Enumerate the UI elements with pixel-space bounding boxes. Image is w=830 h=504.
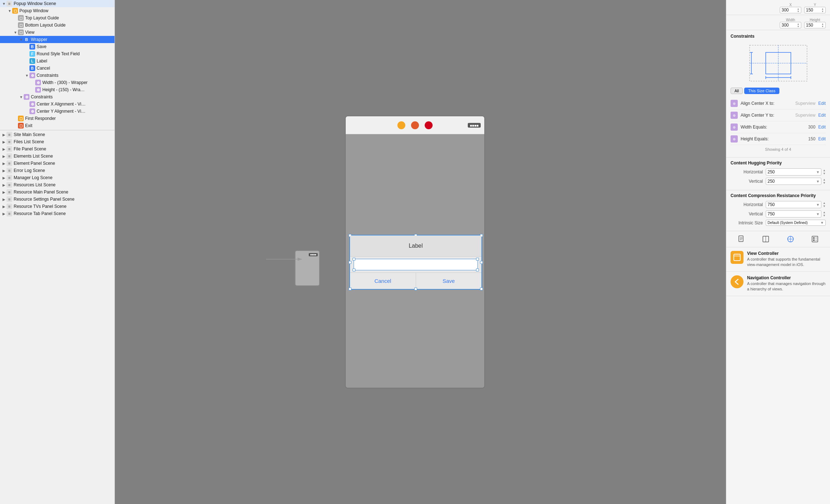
tree-item-popup-window[interactable]: ▼◻Popup Window: [0, 7, 115, 14]
tree-toggle-popup-window-scene[interactable]: ▼: [1, 2, 6, 6]
scene-item-manager-log-scene[interactable]: ▶≡Manager Log Scene: [0, 174, 115, 181]
tree-toggle-constraints-wrapper[interactable]: ▼: [24, 74, 29, 78]
y-input[interactable]: 150 ▲▼: [804, 7, 826, 13]
x-input[interactable]: 300 ▲▼: [780, 7, 801, 13]
hugging-v-stepper[interactable]: ▲▼: [823, 178, 826, 185]
tree-item-top-layout-guide[interactable]: ◻Top Layout Guide: [0, 14, 115, 22]
hugging-h-label: Horizontal: [731, 169, 763, 174]
tree-toggle-constraints-view[interactable]: ▼: [19, 95, 24, 99]
scene-item-element-panel-scene[interactable]: ▶≡Element Panel Scene: [0, 160, 115, 167]
comp-h-select[interactable]: 750 ▼: [766, 201, 821, 208]
tree-item-popup-window-scene[interactable]: ▼≡Popup Window Scene: [0, 0, 115, 7]
y-stepper[interactable]: ▲▼: [821, 8, 824, 13]
tree-toggle-popup-window[interactable]: ▼: [7, 9, 12, 13]
coord-width-box: Width 300 ▲▼: [780, 18, 801, 28]
tree-icon-center-x: ⊕: [29, 101, 35, 107]
width-input[interactable]: 300 ▲▼: [780, 22, 801, 28]
scene-item-files-list-scene[interactable]: ▶≡Files List Scene: [0, 138, 115, 145]
constraint-row-2: ⊕Width Equals:300Edit: [731, 121, 826, 133]
comp-v-stepper[interactable]: ▲▼: [823, 211, 826, 217]
scene-toggle-resource-tvs-panel-scene[interactable]: ▶: [1, 205, 6, 209]
tree-item-constraints-view[interactable]: ▼⊕Constraints: [0, 93, 115, 101]
tree-item-exit[interactable]: ◻Exit: [0, 122, 115, 129]
tf-handle-tl: [353, 258, 355, 261]
x-stepper[interactable]: ▲▼: [797, 8, 799, 13]
scene-toggle-elements-list-scene[interactable]: ▶: [1, 154, 6, 158]
tree-item-constraints-wrapper[interactable]: ▼⊕Constraints: [0, 72, 115, 79]
scene-toggle-file-panel-scene[interactable]: ▶: [1, 147, 6, 151]
tree-icon-constraints-view: ⊕: [24, 94, 29, 100]
this-size-class-btn[interactable]: This Size Class: [744, 88, 779, 94]
scene-item-resource-tab-panel-scene[interactable]: ▶≡Resource Tab Panel Scene: [0, 210, 115, 217]
tree-item-bottom-layout-guide[interactable]: ◻Bottom Layout Guide: [0, 22, 115, 29]
comp-v-value: 750: [768, 211, 775, 216]
list-icon[interactable]: [810, 234, 820, 244]
y-value: 150: [806, 8, 821, 13]
constraint-edit-2[interactable]: Edit: [818, 125, 826, 130]
tree-label-center-y: Center Y Alignment - Vi…: [37, 109, 85, 114]
tree-toggle-wrapper[interactable]: ▼: [19, 38, 24, 42]
scene-toggle-element-panel-scene[interactable]: ▶: [1, 162, 6, 165]
tree-item-wrapper[interactable]: ▼BWrapper: [0, 36, 115, 43]
comp-h-stepper[interactable]: ▲▼: [823, 201, 826, 208]
constraint-icon-bar[interactable]: [785, 234, 796, 244]
height-input[interactable]: 150 ▲▼: [804, 22, 826, 28]
tree-item-center-y[interactable]: ⊕Center Y Alignment - Vi…: [0, 108, 115, 115]
scene-item-file-panel-scene[interactable]: ▶≡File Panel Scene: [0, 145, 115, 153]
intrinsic-value: Default (System Defined): [768, 221, 808, 225]
scene-item-site-main-scene[interactable]: ▶≡Site Main Scene: [0, 131, 115, 138]
tree-item-round-style-text-field[interactable]: FRound Style Text Field: [0, 50, 115, 57]
scene-item-elements-list-scene[interactable]: ▶≡Elements List Scene: [0, 153, 115, 160]
tree-label-wrapper: Wrapper: [31, 37, 47, 42]
constraint-edit-1[interactable]: Edit: [818, 113, 826, 118]
hugging-h-value: 250: [768, 169, 775, 174]
file-icon[interactable]: [736, 234, 746, 244]
tree-item-save[interactable]: BSave: [0, 43, 115, 50]
hugging-h-select[interactable]: 250 ▼: [766, 168, 821, 176]
scene-toggle-resources-list-scene[interactable]: ▶: [1, 183, 6, 187]
tree-item-first-responder[interactable]: ◻First Responder: [0, 115, 115, 122]
all-size-class-btn[interactable]: All: [731, 88, 743, 94]
tree-item-width-constraint[interactable]: ⊕Width - (300) - Wrapper: [0, 79, 115, 86]
intrinsic-label: Intrinsic Size: [731, 220, 763, 225]
tree-toggle-view[interactable]: ▼: [13, 31, 18, 34]
cancel-button[interactable]: Cancel: [350, 273, 416, 289]
width-stepper[interactable]: ▲▼: [797, 23, 799, 28]
constraint-edit-0[interactable]: Edit: [818, 101, 826, 106]
tree-item-center-x[interactable]: ⊕Center X Alignment - Vi…: [0, 101, 115, 108]
comp-v-select[interactable]: 750 ▼: [766, 210, 821, 218]
scene-toggle-resource-tab-panel-scene[interactable]: ▶: [1, 212, 6, 216]
constraint-superview-0: Superview: [795, 101, 815, 106]
save-button[interactable]: Save: [416, 273, 482, 289]
constraint-edit-3[interactable]: Edit: [818, 136, 826, 141]
scene-item-resources-list-scene[interactable]: ▶≡Resources List Scene: [0, 181, 115, 188]
layout-icon[interactable]: [761, 234, 771, 244]
scene-toggle-resource-main-panel-scene[interactable]: ▶: [1, 190, 6, 194]
tree-item-cancel[interactable]: BCancel: [0, 65, 115, 72]
intrinsic-select[interactable]: Default (System Defined) ▼: [766, 220, 826, 226]
library-item-navigation-controller[interactable]: Navigation ControllerA controller that m…: [726, 272, 830, 296]
tree-item-label[interactable]: LLabel: [0, 57, 115, 65]
popup-textfield[interactable]: [354, 259, 478, 270]
scene-toggle-files-list-scene[interactable]: ▶: [1, 140, 6, 144]
scene-item-resource-settings-panel-scene[interactable]: ▶≡Resource Settings Panel Scene: [0, 196, 115, 203]
scene-toggle-resource-settings-panel-scene[interactable]: ▶: [1, 197, 6, 201]
hugging-v-select[interactable]: 250 ▼: [766, 178, 821, 185]
tree-icon-popup-window-scene: ≡: [6, 1, 12, 6]
scene-item-error-log-scene[interactable]: ▶≡Error Log Scene: [0, 167, 115, 174]
hugging-h-stepper[interactable]: ▲▼: [823, 169, 826, 175]
scene-icon-resource-settings-panel-scene: ≡: [6, 196, 12, 202]
height-stepper[interactable]: ▲▼: [821, 23, 824, 28]
scene-toggle-manager-log-scene[interactable]: ▶: [1, 176, 6, 180]
scene-item-resource-tvs-panel-scene[interactable]: ▶≡Resource TVs Panel Scene: [0, 203, 115, 210]
tree-item-height-constraint[interactable]: ⊕Height - (150) - Wra…: [0, 86, 115, 93]
tree-item-view[interactable]: ▼◻View: [0, 29, 115, 36]
scene-toggle-error-log-scene[interactable]: ▶: [1, 169, 6, 173]
library-item-view-controller[interactable]: View ControllerA controller that support…: [726, 247, 830, 272]
tree-icon-view: ◻: [18, 29, 24, 35]
scene-item-resource-main-panel-scene[interactable]: ▶≡Resource Main Panel Scene: [0, 188, 115, 196]
tf-handle-br: [476, 269, 479, 271]
status-icon-3: [425, 121, 433, 129]
scene-toggle-site-main-scene[interactable]: ▶: [1, 133, 6, 137]
comp-h-arrow: ▼: [816, 203, 820, 207]
